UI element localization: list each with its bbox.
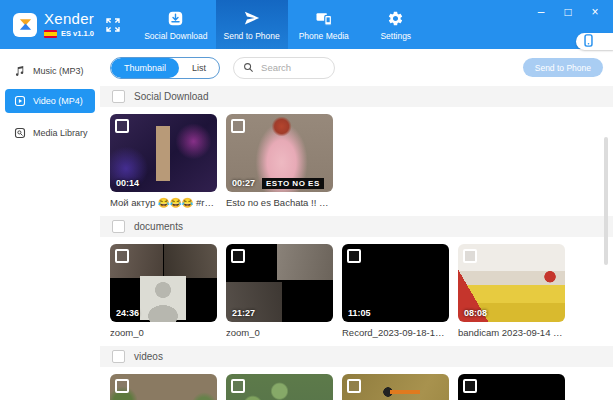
- sidebar: Music (MP3) Video (MP4) Media Library: [0, 49, 100, 400]
- video-checkbox[interactable]: [231, 249, 245, 263]
- video-card[interactable]: 08:08 bandicam 2023-09-14 16-02-36-129: [458, 244, 565, 338]
- window-controls: – □ ×: [533, 5, 603, 19]
- video-card[interactable]: [342, 374, 449, 400]
- section-header: documents: [100, 216, 613, 237]
- social-download-icon: [167, 9, 184, 28]
- video-title: Esto no es Bachata !! Corrige la posició…: [226, 197, 333, 208]
- connected-device-indicator[interactable]: [576, 33, 613, 50]
- thumbnail-caption: ESTO NO ES: [262, 178, 324, 189]
- search-icon: [243, 59, 254, 77]
- minimize-button[interactable]: –: [533, 5, 549, 19]
- video-checkbox[interactable]: [115, 379, 129, 393]
- section-cards: [100, 367, 613, 400]
- video-title: Record_2023-09-18-12-09-39_dacb6c...: [342, 327, 449, 338]
- video-card[interactable]: 24:36 zoom_0: [110, 244, 217, 338]
- video-title: Мой актур 😂😂😂 #rec #fyp #reco...: [110, 197, 217, 208]
- video-card[interactable]: 11:05 Record_2023-09-18-12-09-39_dacb6c.…: [342, 244, 449, 338]
- close-button[interactable]: ×: [587, 5, 603, 19]
- header-tabs: Social Download Send to Phone Phone Medi…: [136, 0, 432, 49]
- video-checkbox[interactable]: [463, 249, 477, 263]
- section-videos: videos: [100, 346, 613, 400]
- video-duration: 24:36: [116, 308, 139, 318]
- video-duration: 00:14: [116, 178, 139, 188]
- brand: Xender ES v1.1.0: [0, 0, 120, 49]
- sidebar-item-video-mp4[interactable]: Video (MP4): [5, 89, 95, 113]
- sidebar-item-media-library[interactable]: Media Library: [5, 121, 95, 145]
- section-checkbox[interactable]: [112, 90, 125, 103]
- video-duration: 21:27: [232, 308, 255, 318]
- section-title: videos: [134, 351, 163, 362]
- xender-logo-icon: [13, 13, 37, 37]
- media-library-icon: [13, 127, 27, 139]
- tab-send-to-phone[interactable]: Send to Phone: [216, 0, 288, 49]
- video-card[interactable]: 21:27 zoom_0: [226, 244, 333, 338]
- section-title: documents: [134, 221, 183, 232]
- sidebar-item-music-mp3[interactable]: Music (MP3): [5, 59, 95, 83]
- video-title: zoom_0: [110, 327, 217, 338]
- video-thumbnail[interactable]: 11:05: [342, 244, 449, 322]
- video-duration: 08:08: [464, 308, 487, 318]
- video-thumbnail[interactable]: 00:14: [110, 114, 217, 192]
- section-cards: 00:14 Мой актур 😂😂😂 #rec #fyp #reco... 0…: [100, 107, 613, 216]
- video-thumbnail[interactable]: 21:27: [226, 244, 333, 322]
- search-input[interactable]: [259, 61, 325, 74]
- video-checkbox[interactable]: [115, 119, 129, 133]
- video-duration: 11:05: [348, 308, 371, 318]
- section-documents: documents 24:36 zoom_0 21:27 zoom_0 11:0…: [100, 216, 613, 346]
- app-header: Xender ES v1.1.0 Social Download Send to…: [0, 0, 613, 49]
- video-card[interactable]: 00:27 ESTO NO ES Esto no es Bachata !! C…: [226, 114, 333, 208]
- video-card[interactable]: [458, 374, 565, 400]
- video-checkbox[interactable]: [231, 119, 245, 133]
- phone-icon: [584, 33, 593, 51]
- main-content: ThumbnailList Send to Phone Social Downl…: [100, 49, 613, 400]
- phone-media-icon: [315, 9, 333, 28]
- video-checkbox[interactable]: [463, 379, 477, 393]
- tab-social-download[interactable]: Social Download: [136, 0, 215, 49]
- expand-icon[interactable]: [106, 18, 120, 32]
- view-mode-thumbnail[interactable]: Thumbnail: [111, 58, 179, 78]
- section-social-download: Social Download 00:14 Мой актур 😂😂😂 #rec…: [100, 86, 613, 216]
- scrollbar-thumb[interactable]: [604, 137, 608, 265]
- music-icon: [13, 65, 27, 77]
- tab-phone-media[interactable]: Phone Media: [288, 0, 360, 49]
- video-checkbox[interactable]: [347, 379, 361, 393]
- video-checkbox[interactable]: [347, 249, 361, 263]
- video-thumbnail[interactable]: [110, 374, 217, 400]
- video-thumbnail[interactable]: [342, 374, 449, 400]
- section-checkbox[interactable]: [112, 220, 125, 233]
- xender-window: Xender ES v1.1.0 Social Download Send to…: [0, 0, 613, 400]
- section-cards: 24:36 zoom_0 21:27 zoom_0 11:05 Record_2…: [100, 237, 613, 346]
- section-header: videos: [100, 346, 613, 367]
- video-thumbnail[interactable]: 24:36: [110, 244, 217, 322]
- app-version: ES v1.1.0: [61, 29, 94, 38]
- settings-icon: [387, 9, 404, 28]
- view-mode-toggle: ThumbnailList: [110, 57, 220, 79]
- section-title: Social Download: [134, 91, 209, 102]
- section-checkbox[interactable]: [112, 350, 125, 363]
- search-box: [233, 57, 335, 79]
- video-checkbox[interactable]: [231, 379, 245, 393]
- video-card[interactable]: [226, 374, 333, 400]
- view-mode-list[interactable]: List: [179, 58, 219, 78]
- section-header: Social Download: [100, 86, 613, 107]
- video-card[interactable]: [110, 374, 217, 400]
- video-thumbnail[interactable]: 08:08: [458, 244, 565, 322]
- video-icon: [13, 95, 27, 107]
- spain-flag-icon: [44, 30, 57, 38]
- video-card[interactable]: 00:14 Мой актур 😂😂😂 #rec #fyp #reco...: [110, 114, 217, 208]
- send-to-phone-icon: [243, 9, 261, 28]
- video-checkbox[interactable]: [115, 249, 129, 263]
- video-title: zoom_0: [226, 327, 333, 338]
- app-name: Xender: [44, 11, 94, 26]
- video-sections: Social Download 00:14 Мой актур 😂😂😂 #rec…: [100, 86, 613, 400]
- video-thumbnail[interactable]: [226, 374, 333, 400]
- toolbar: ThumbnailList Send to Phone: [100, 49, 613, 86]
- send-to-phone-button[interactable]: Send to Phone: [523, 58, 603, 77]
- tab-settings[interactable]: Settings: [360, 0, 432, 49]
- video-thumbnail[interactable]: [458, 374, 565, 400]
- video-thumbnail[interactable]: 00:27 ESTO NO ES: [226, 114, 333, 192]
- video-title: bandicam 2023-09-14 16-02-36-129: [458, 327, 565, 338]
- maximize-button[interactable]: □: [560, 5, 576, 19]
- video-duration: 00:27: [232, 178, 255, 188]
